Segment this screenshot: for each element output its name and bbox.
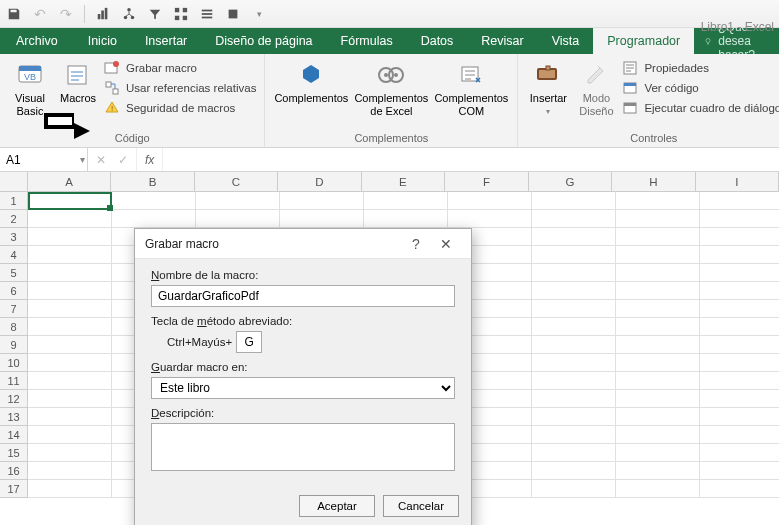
cell[interactable] bbox=[196, 192, 280, 210]
cell[interactable] bbox=[616, 372, 700, 390]
expand-icon[interactable] bbox=[173, 6, 189, 22]
cell[interactable] bbox=[700, 264, 779, 282]
cell[interactable] bbox=[28, 408, 112, 426]
cell[interactable] bbox=[700, 462, 779, 480]
cell[interactable] bbox=[532, 462, 616, 480]
cell[interactable] bbox=[448, 192, 532, 210]
cell[interactable] bbox=[532, 354, 616, 372]
cell[interactable] bbox=[280, 210, 364, 228]
cancel-icon[interactable]: ✕ bbox=[96, 153, 106, 167]
row-header[interactable]: 9 bbox=[0, 336, 28, 354]
ver-codigo-button[interactable]: Ver código bbox=[622, 80, 779, 96]
cell[interactable] bbox=[700, 426, 779, 444]
cell[interactable] bbox=[28, 210, 112, 228]
undo-icon[interactable]: ↶ bbox=[32, 6, 48, 22]
cell[interactable] bbox=[532, 426, 616, 444]
cell[interactable] bbox=[616, 282, 700, 300]
macro-name-input[interactable] bbox=[151, 285, 455, 307]
cell[interactable] bbox=[700, 228, 779, 246]
cell[interactable] bbox=[616, 336, 700, 354]
grabar-macro-button[interactable]: Grabar macro bbox=[104, 60, 256, 76]
cell[interactable] bbox=[616, 228, 700, 246]
row-header[interactable]: 2 bbox=[0, 210, 28, 228]
tab-datos[interactable]: Datos bbox=[407, 28, 468, 54]
propiedades-button[interactable]: Propiedades bbox=[622, 60, 779, 76]
cell[interactable] bbox=[532, 408, 616, 426]
cell[interactable] bbox=[616, 300, 700, 318]
cell[interactable] bbox=[616, 444, 700, 462]
col-header[interactable]: D bbox=[278, 172, 361, 192]
cell[interactable] bbox=[28, 372, 112, 390]
tab-revisar[interactable]: Revisar bbox=[467, 28, 537, 54]
row-header[interactable]: 1 bbox=[0, 192, 28, 210]
cell[interactable] bbox=[700, 246, 779, 264]
cancel-button[interactable]: Cancelar bbox=[383, 495, 459, 517]
cell[interactable] bbox=[28, 264, 112, 282]
complementos-com-button[interactable]: Complementos COM bbox=[431, 56, 511, 130]
enter-icon[interactable]: ✓ bbox=[118, 153, 128, 167]
cell[interactable] bbox=[700, 372, 779, 390]
complementos-excel-button[interactable]: Complementos de Excel bbox=[351, 56, 431, 130]
row-header[interactable]: 14 bbox=[0, 426, 28, 444]
cell[interactable] bbox=[28, 282, 112, 300]
cell[interactable] bbox=[616, 390, 700, 408]
cell[interactable] bbox=[532, 480, 616, 498]
cell[interactable] bbox=[700, 354, 779, 372]
cell[interactable] bbox=[28, 300, 112, 318]
cell[interactable] bbox=[364, 210, 448, 228]
tab-file[interactable]: Archivo bbox=[0, 28, 74, 54]
col-header[interactable]: H bbox=[612, 172, 695, 192]
cell[interactable] bbox=[28, 390, 112, 408]
insertar-control-button[interactable]: Insertar ▾ bbox=[524, 56, 572, 130]
cell[interactable] bbox=[28, 444, 112, 462]
row-header[interactable]: 4 bbox=[0, 246, 28, 264]
col-header[interactable]: I bbox=[696, 172, 779, 192]
row-header[interactable]: 8 bbox=[0, 318, 28, 336]
select-all-corner[interactable] bbox=[0, 172, 28, 192]
row-header[interactable]: 13 bbox=[0, 408, 28, 426]
row-header[interactable]: 5 bbox=[0, 264, 28, 282]
close-button[interactable]: ✕ bbox=[431, 236, 461, 252]
cell[interactable] bbox=[532, 246, 616, 264]
cell[interactable] bbox=[532, 336, 616, 354]
cell[interactable] bbox=[28, 246, 112, 264]
row-header[interactable]: 3 bbox=[0, 228, 28, 246]
tab-vista[interactable]: Vista bbox=[538, 28, 594, 54]
cell[interactable] bbox=[616, 354, 700, 372]
cell[interactable] bbox=[700, 480, 779, 498]
hierarchy-icon[interactable] bbox=[121, 6, 137, 22]
save-icon[interactable] bbox=[6, 6, 22, 22]
ok-button[interactable]: Aceptar bbox=[299, 495, 375, 517]
formula-input[interactable] bbox=[163, 148, 779, 171]
name-box[interactable]: A1 ▾ bbox=[0, 148, 88, 171]
cell[interactable] bbox=[616, 192, 700, 210]
col-header[interactable]: G bbox=[529, 172, 612, 192]
dialog-titlebar[interactable]: Grabar macro ? ✕ bbox=[135, 229, 471, 259]
seguridad-macros-button[interactable]: ! Seguridad de macros bbox=[104, 100, 256, 116]
dropdown-icon[interactable]: ▾ bbox=[251, 6, 267, 22]
shortcut-key-input[interactable] bbox=[236, 331, 262, 353]
tab-diseno[interactable]: Diseño de página bbox=[201, 28, 326, 54]
cell[interactable] bbox=[28, 318, 112, 336]
cell[interactable] bbox=[616, 462, 700, 480]
cell[interactable] bbox=[532, 228, 616, 246]
filter-icon[interactable] bbox=[147, 6, 163, 22]
row-header[interactable]: 16 bbox=[0, 462, 28, 480]
row-header[interactable]: 6 bbox=[0, 282, 28, 300]
cell[interactable] bbox=[700, 282, 779, 300]
col-header[interactable]: F bbox=[445, 172, 528, 192]
help-button[interactable]: ? bbox=[401, 236, 431, 252]
fx-button[interactable]: fx bbox=[137, 148, 163, 171]
cell[interactable] bbox=[280, 192, 364, 210]
cell[interactable] bbox=[448, 210, 532, 228]
cell[interactable] bbox=[532, 318, 616, 336]
cell[interactable] bbox=[28, 426, 112, 444]
cell[interactable] bbox=[616, 264, 700, 282]
cell[interactable] bbox=[532, 390, 616, 408]
row-header[interactable]: 12 bbox=[0, 390, 28, 408]
store-select[interactable]: Este libro bbox=[151, 377, 455, 399]
square-icon[interactable] bbox=[225, 6, 241, 22]
tab-programador[interactable]: Programador bbox=[593, 28, 694, 54]
cell[interactable] bbox=[28, 228, 112, 246]
complementos-button[interactable]: Complementos bbox=[271, 56, 351, 130]
